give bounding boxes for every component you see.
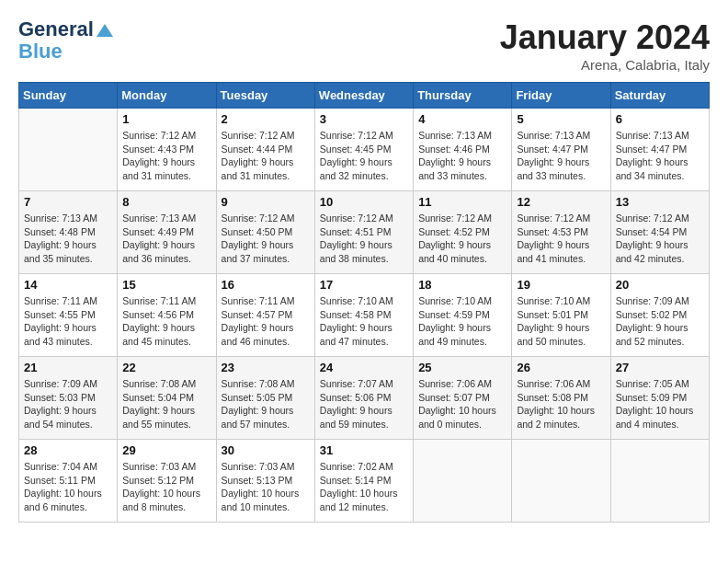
- day-cell: 15Sunrise: 7:11 AM Sunset: 4:56 PM Dayli…: [118, 274, 216, 357]
- day-info: Sunrise: 7:06 AM Sunset: 5:08 PM Dayligh…: [517, 377, 605, 431]
- day-cell: 18Sunrise: 7:10 AM Sunset: 4:59 PM Dayli…: [414, 274, 512, 357]
- day-cell: 28Sunrise: 7:04 AM Sunset: 5:11 PM Dayli…: [19, 440, 118, 523]
- day-cell: 5Sunrise: 7:13 AM Sunset: 4:47 PM Daylig…: [512, 109, 610, 191]
- day-info: Sunrise: 7:12 AM Sunset: 4:54 PM Dayligh…: [616, 212, 704, 266]
- day-cell: 4Sunrise: 7:13 AM Sunset: 4:46 PM Daylig…: [414, 109, 512, 191]
- logo-icon: [95, 22, 115, 39]
- day-info: Sunrise: 7:11 AM Sunset: 4:55 PM Dayligh…: [24, 294, 112, 349]
- header-cell-sunday: Sunday: [19, 83, 118, 109]
- day-info: Sunrise: 7:06 AM Sunset: 5:07 PM Dayligh…: [418, 377, 506, 431]
- day-number: 5: [517, 112, 605, 126]
- day-info: Sunrise: 7:10 AM Sunset: 5:01 PM Dayligh…: [517, 294, 605, 349]
- day-number: 13: [616, 195, 704, 209]
- day-info: Sunrise: 7:05 AM Sunset: 5:09 PM Dayligh…: [616, 377, 704, 431]
- day-info: Sunrise: 7:13 AM Sunset: 4:48 PM Dayligh…: [24, 212, 112, 266]
- day-cell: 14Sunrise: 7:11 AM Sunset: 4:55 PM Dayli…: [19, 274, 118, 357]
- day-number: 29: [122, 443, 210, 457]
- day-cell: 7Sunrise: 7:13 AM Sunset: 4:48 PM Daylig…: [19, 191, 118, 274]
- day-number: 4: [418, 112, 506, 126]
- day-cell: 8Sunrise: 7:13 AM Sunset: 4:49 PM Daylig…: [118, 191, 216, 274]
- day-info: Sunrise: 7:09 AM Sunset: 5:02 PM Dayligh…: [616, 294, 704, 349]
- day-cell: 31Sunrise: 7:02 AM Sunset: 5:14 PM Dayli…: [314, 440, 413, 523]
- header-cell-thursday: Thursday: [414, 83, 512, 109]
- day-number: 21: [24, 361, 112, 374]
- day-info: Sunrise: 7:13 AM Sunset: 4:49 PM Dayligh…: [122, 212, 210, 266]
- day-info: Sunrise: 7:03 AM Sunset: 5:13 PM Dayligh…: [222, 460, 310, 514]
- calendar-header: SundayMondayTuesdayWednesdayThursdayFrid…: [19, 83, 710, 109]
- day-info: Sunrise: 7:10 AM Sunset: 4:59 PM Dayligh…: [418, 294, 506, 349]
- day-cell: 11Sunrise: 7:12 AM Sunset: 4:52 PM Dayli…: [414, 191, 512, 274]
- day-cell: [512, 440, 610, 523]
- day-cell: [19, 109, 118, 191]
- day-cell: 16Sunrise: 7:11 AM Sunset: 4:57 PM Dayli…: [216, 274, 314, 357]
- day-number: 25: [418, 361, 506, 374]
- header-cell-tuesday: Tuesday: [216, 83, 314, 109]
- week-row-4: 21Sunrise: 7:09 AM Sunset: 5:03 PM Dayli…: [19, 357, 710, 440]
- day-number: 26: [517, 361, 605, 374]
- header-cell-saturday: Saturday: [610, 83, 709, 109]
- day-number: 27: [616, 361, 704, 374]
- day-info: Sunrise: 7:13 AM Sunset: 4:46 PM Dayligh…: [418, 129, 506, 183]
- day-number: 31: [320, 443, 408, 457]
- day-cell: 29Sunrise: 7:03 AM Sunset: 5:12 PM Dayli…: [118, 440, 216, 523]
- day-number: 22: [122, 361, 210, 374]
- day-info: Sunrise: 7:08 AM Sunset: 5:05 PM Dayligh…: [222, 377, 310, 431]
- day-cell: 23Sunrise: 7:08 AM Sunset: 5:05 PM Dayli…: [216, 357, 314, 440]
- day-number: 17: [320, 278, 408, 292]
- day-number: 30: [222, 443, 310, 457]
- day-cell: 22Sunrise: 7:08 AM Sunset: 5:04 PM Dayli…: [118, 357, 216, 440]
- day-cell: 20Sunrise: 7:09 AM Sunset: 5:02 PM Dayli…: [610, 274, 709, 357]
- day-cell: 19Sunrise: 7:10 AM Sunset: 5:01 PM Dayli…: [512, 274, 610, 357]
- day-number: 6: [616, 112, 704, 126]
- day-info: Sunrise: 7:03 AM Sunset: 5:12 PM Dayligh…: [122, 460, 210, 514]
- month-title: January 2024: [500, 18, 710, 57]
- day-info: Sunrise: 7:07 AM Sunset: 5:06 PM Dayligh…: [320, 377, 408, 431]
- day-cell: 27Sunrise: 7:05 AM Sunset: 5:09 PM Dayli…: [610, 357, 709, 440]
- logo-blue: Blue: [18, 40, 115, 63]
- header-cell-monday: Monday: [118, 83, 216, 109]
- logo: General Blue: [18, 18, 115, 63]
- day-number: 19: [517, 278, 605, 292]
- day-number: 11: [418, 195, 506, 209]
- day-info: Sunrise: 7:12 AM Sunset: 4:43 PM Dayligh…: [122, 129, 210, 183]
- day-info: Sunrise: 7:09 AM Sunset: 5:03 PM Dayligh…: [24, 377, 112, 431]
- day-info: Sunrise: 7:13 AM Sunset: 4:47 PM Dayligh…: [517, 129, 605, 183]
- logo-text: General: [18, 18, 115, 40]
- page-header: General Blue January 2024 Arena, Calabri…: [18, 18, 710, 73]
- day-number: 2: [222, 112, 310, 126]
- week-row-1: 1Sunrise: 7:12 AM Sunset: 4:43 PM Daylig…: [19, 109, 710, 191]
- day-number: 12: [517, 195, 605, 209]
- day-number: 8: [122, 195, 210, 209]
- day-number: 24: [320, 361, 408, 374]
- day-info: Sunrise: 7:12 AM Sunset: 4:53 PM Dayligh…: [517, 212, 605, 266]
- day-number: 23: [222, 361, 310, 374]
- day-number: 15: [122, 278, 210, 292]
- day-cell: [610, 440, 709, 523]
- day-info: Sunrise: 7:12 AM Sunset: 4:44 PM Dayligh…: [222, 129, 310, 183]
- day-cell: 10Sunrise: 7:12 AM Sunset: 4:51 PM Dayli…: [314, 191, 413, 274]
- day-cell: 13Sunrise: 7:12 AM Sunset: 4:54 PM Dayli…: [610, 191, 709, 274]
- day-cell: 17Sunrise: 7:10 AM Sunset: 4:58 PM Dayli…: [314, 274, 413, 357]
- day-number: 20: [616, 278, 704, 292]
- day-info: Sunrise: 7:08 AM Sunset: 5:04 PM Dayligh…: [122, 377, 210, 431]
- day-cell: 3Sunrise: 7:12 AM Sunset: 4:45 PM Daylig…: [314, 109, 413, 191]
- week-row-3: 14Sunrise: 7:11 AM Sunset: 4:55 PM Dayli…: [19, 274, 710, 357]
- day-info: Sunrise: 7:12 AM Sunset: 4:51 PM Dayligh…: [320, 212, 408, 266]
- day-number: 14: [24, 278, 112, 292]
- day-info: Sunrise: 7:10 AM Sunset: 4:58 PM Dayligh…: [320, 294, 408, 349]
- day-number: 7: [24, 195, 112, 209]
- day-info: Sunrise: 7:12 AM Sunset: 4:52 PM Dayligh…: [418, 212, 506, 266]
- day-number: 1: [122, 112, 210, 126]
- day-cell: [414, 440, 512, 523]
- header-cell-wednesday: Wednesday: [314, 83, 413, 109]
- day-info: Sunrise: 7:04 AM Sunset: 5:11 PM Dayligh…: [24, 460, 112, 514]
- day-number: 9: [222, 195, 310, 209]
- day-cell: 6Sunrise: 7:13 AM Sunset: 4:47 PM Daylig…: [610, 109, 709, 191]
- title-block: January 2024 Arena, Calabria, Italy: [500, 18, 710, 73]
- day-number: 10: [320, 195, 408, 209]
- header-cell-friday: Friday: [512, 83, 610, 109]
- day-cell: 30Sunrise: 7:03 AM Sunset: 5:13 PM Dayli…: [216, 440, 314, 523]
- day-number: 3: [320, 112, 408, 126]
- day-cell: 21Sunrise: 7:09 AM Sunset: 5:03 PM Dayli…: [19, 357, 118, 440]
- day-cell: 24Sunrise: 7:07 AM Sunset: 5:06 PM Dayli…: [314, 357, 413, 440]
